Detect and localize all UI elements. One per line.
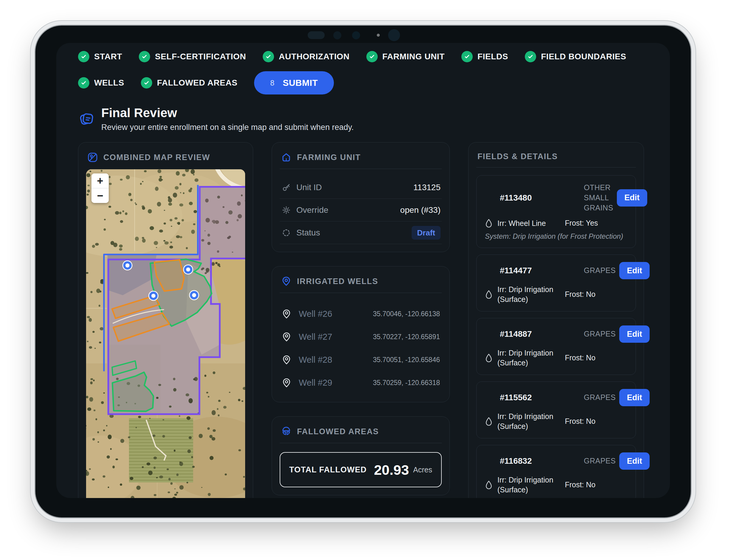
- field-frost: Frost: Yes: [565, 219, 598, 227]
- step-wells[interactable]: WELLS: [78, 77, 124, 89]
- field-irrigation: Irr: Drip Irrigation (Surface): [497, 348, 565, 367]
- zoom-out-button[interactable]: −: [91, 188, 109, 203]
- fields-details-card: FIELDS & DETAILS #113480 OTHER SMALL GRA…: [468, 142, 644, 498]
- step-farming-unit[interactable]: FARMING UNIT: [367, 51, 445, 62]
- review-layers-icon: [78, 111, 95, 127]
- submit-step-button[interactable]: 8 SUBMIT: [254, 71, 334, 94]
- camera-pill: [308, 31, 325, 39]
- droplet-icon: [485, 480, 493, 489]
- step-label: FALLOWED AREAS: [157, 78, 237, 88]
- edit-field-button[interactable]: Edit: [617, 189, 647, 207]
- farming-unit-card: FARMING UNIT Unit ID 113125: [272, 142, 450, 252]
- field-crop-type: GRAPES: [584, 266, 619, 276]
- step-label: FIELDS: [477, 52, 508, 61]
- status-label: Status: [297, 228, 320, 238]
- edit-field-button[interactable]: Edit: [619, 389, 650, 406]
- well-name: Well #28: [299, 355, 332, 365]
- override-row: Override open (#33): [280, 199, 442, 221]
- well-coordinates: 35.70051, -120.65846: [373, 356, 440, 364]
- field-crop-type: GRAPES: [584, 329, 619, 339]
- field-entry: #114887 GRAPES Edit Irr: Drip Irrigation…: [476, 318, 636, 375]
- page-title: Final Review: [101, 106, 354, 120]
- override-label: Override: [297, 205, 328, 215]
- field-crop-type: GRAPES: [584, 456, 619, 466]
- override-value: open (#33): [400, 205, 442, 215]
- well-row: Well #26 35.70046, -120.66138: [280, 303, 442, 325]
- step-fields[interactable]: FIELDS: [461, 51, 508, 62]
- fallowed-header: FALLOWED AREAS: [280, 424, 442, 437]
- field-entry: #115562 GRAPES Edit Irr: Drip Irrigation…: [476, 381, 636, 438]
- field-crop-type: OTHER SMALL GRAINS: [584, 183, 617, 213]
- middle-column: FARMING UNIT Unit ID 113125: [272, 142, 450, 495]
- farming-unit-header: FARMING UNIT: [280, 150, 442, 163]
- step-field-boundaries[interactable]: FIELD BOUNDARIES: [525, 51, 626, 62]
- check-circle-icon: [139, 51, 150, 62]
- step-start[interactable]: START: [78, 51, 122, 62]
- page-header: Final Review Review your entire enrollme…: [78, 106, 648, 132]
- step-self-certification[interactable]: SELF-CERTIFICATION: [139, 51, 246, 62]
- fields-header: FIELDS & DETAILS: [476, 150, 636, 161]
- field-irrigation: Irr: Drip Irrigation (Surface): [497, 285, 565, 304]
- page-subtitle: Review your entire enrollment on a singl…: [101, 123, 354, 132]
- gear-icon: [282, 205, 291, 215]
- fallowed-title: FALLOWED AREAS: [297, 427, 379, 436]
- check-circle-icon: [263, 51, 274, 62]
- field-irrigation: Irr: Wheel Line: [497, 218, 546, 228]
- camera-indicator-dot: [377, 34, 380, 37]
- droplet-icon: [485, 417, 493, 426]
- check-circle-icon: [461, 51, 473, 62]
- pin-icon: [282, 332, 292, 342]
- spinner-icon: [282, 228, 291, 238]
- step-authorization[interactable]: AUTHORIZATION: [263, 51, 350, 62]
- well-name: Well #26: [299, 309, 332, 319]
- total-fallowed-unit: Acres: [413, 466, 432, 474]
- edit-field-button[interactable]: Edit: [619, 262, 650, 279]
- edit-field-button[interactable]: Edit: [619, 452, 650, 470]
- camera-lens-icon: [333, 31, 341, 39]
- key-icon: [282, 183, 291, 192]
- field-entry: #114477 GRAPES Edit Irr: Drip Irrigation…: [476, 255, 636, 311]
- check-circle-icon: [525, 51, 536, 62]
- home-icon: [281, 152, 292, 163]
- step-fallowed-areas[interactable]: FALLOWED AREAS: [141, 77, 237, 89]
- divider: [280, 443, 442, 443]
- droplet-icon: [485, 353, 493, 362]
- field-list: #113480 OTHER SMALL GRAINS Edit Irr: Whe…: [476, 175, 636, 498]
- tablet-camera-array: [308, 31, 400, 40]
- field-frost: Frost: No: [565, 417, 595, 426]
- camera-lens-icon: [388, 29, 400, 41]
- step-label: FARMING UNIT: [382, 52, 445, 61]
- well-row: Well #27 35.70227, -120.65891: [280, 325, 442, 348]
- field-system-note: System: Drip Irrigation (for Frost Prote…: [483, 232, 629, 241]
- review-columns: COMBINED MAP REVIEW: [78, 142, 648, 498]
- unit-id-label: Unit ID: [297, 183, 322, 192]
- combined-map[interactable]: + −: [86, 169, 245, 498]
- step-label: START: [94, 52, 122, 61]
- zoom-in-button[interactable]: +: [91, 173, 109, 188]
- edit-field-button[interactable]: Edit: [619, 325, 650, 343]
- fields-title: FIELDS & DETAILS: [477, 152, 558, 161]
- divider: [280, 293, 442, 293]
- camera-lens-icon: [352, 31, 360, 39]
- field-irrigation: Irr: Drip Irrigation (Surface): [497, 412, 565, 431]
- step-nav-row-2: WELLS FALLOWED AREAS 8 SUBMIT: [78, 71, 648, 94]
- map-card-title: COMBINED MAP REVIEW: [103, 153, 210, 162]
- divider: [280, 169, 442, 169]
- droplet-icon: [485, 219, 493, 228]
- map-card-header: COMBINED MAP REVIEW: [86, 150, 245, 163]
- field-frost: Frost: No: [565, 353, 595, 362]
- farming-unit-title: FARMING UNIT: [297, 153, 361, 162]
- step-label: FIELD BOUNDARIES: [541, 52, 626, 61]
- map-pin-icon: [281, 276, 292, 287]
- field-irrigation: Irr: Drip Irrigation (Surface): [497, 475, 565, 494]
- pin-icon: [282, 309, 292, 319]
- well-coordinates: 35.70227, -120.65891: [373, 333, 440, 341]
- step-label: SELF-CERTIFICATION: [155, 52, 246, 61]
- field-frost: Frost: No: [565, 480, 595, 489]
- submit-step-label: SUBMIT: [283, 78, 318, 88]
- step-label: WELLS: [94, 78, 124, 88]
- well-row: Well #29 35.70259, -120.66318: [280, 371, 442, 394]
- check-circle-icon: [141, 77, 152, 89]
- field-entry: #116832 GRAPES Edit Irr: Drip Irrigation…: [476, 445, 636, 498]
- well-coordinates: 35.70259, -120.66318: [373, 379, 440, 387]
